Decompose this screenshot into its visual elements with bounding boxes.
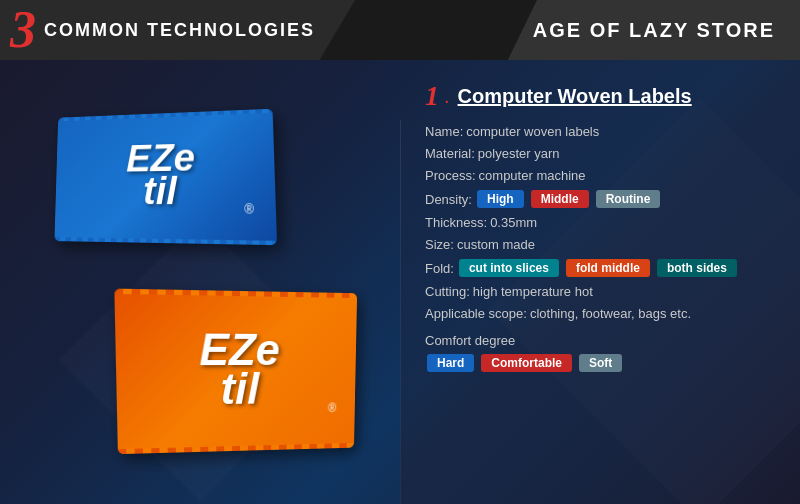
section-number: 1 [425, 80, 439, 112]
material-label: Material: [425, 146, 475, 161]
fold-badge-both: both sides [657, 259, 737, 277]
comfort-badge-hard: Hard [427, 354, 474, 372]
density-label: Density: [425, 192, 472, 207]
label-image-container: EZe til ® EZe til ® [30, 92, 370, 472]
cutting-label: Cutting: [425, 284, 470, 299]
name-label: Name: [425, 124, 463, 139]
blue-label-registered: ® [244, 202, 254, 217]
orange-label-registered: ® [328, 401, 337, 415]
cutting-row: Cutting: high temperature hot [425, 284, 775, 299]
size-value: custom made [457, 237, 535, 252]
process-value: computer machine [479, 168, 586, 183]
blue-label-til: til [143, 171, 177, 209]
cutting-value: high temperature hot [473, 284, 593, 299]
density-badge-routine: Routine [596, 190, 661, 208]
density-row: Density: High Middle Routine [425, 190, 775, 208]
process-row: Process: computer machine [425, 168, 775, 183]
right-section: 1 . Computer Woven Labels Name: computer… [400, 60, 800, 504]
header-left: 3 COMMON TECHNOLOGIES [0, 0, 355, 60]
header: 3 COMMON TECHNOLOGIES AGE OF LAZY STORE [0, 0, 800, 60]
applicable-row: Applicable scope: clothing, footwear, ba… [425, 306, 775, 321]
name-row: Name: computer woven labels [425, 124, 775, 139]
left-section: EZe til ® EZe til ® [0, 60, 400, 504]
comfort-badge-comfortable: Comfortable [481, 354, 572, 372]
comfort-badges-row: Hard Comfortable Soft [425, 354, 775, 372]
name-value: computer woven labels [466, 124, 599, 139]
size-row: Size: custom made [425, 237, 775, 252]
density-badge-high: High [477, 190, 524, 208]
comfort-label: Comfort degree [425, 333, 775, 348]
material-value: polyester yarn [478, 146, 560, 161]
applicable-label: Applicable scope: [425, 306, 527, 321]
fold-row: Fold: cut into slices fold middle both s… [425, 259, 775, 277]
fold-badge-slices: cut into slices [459, 259, 559, 277]
fold-badge-middle: fold middle [566, 259, 650, 277]
header-title: COMMON TECHNOLOGIES [44, 20, 315, 41]
section-dot: . [444, 85, 450, 108]
size-label: Size: [425, 237, 454, 252]
section-title-container: 1 . Computer Woven Labels [425, 80, 775, 112]
main-content: EZe til ® EZe til ® 1 . Computer Woven L… [0, 60, 800, 504]
density-badge-middle: Middle [531, 190, 589, 208]
section-title: Computer Woven Labels [458, 85, 692, 108]
comfort-badge-soft: Soft [579, 354, 622, 372]
material-row: Material: polyester yarn [425, 146, 775, 161]
thickness-label: Thickness: [425, 215, 487, 230]
orange-label-til: til [220, 366, 259, 410]
fold-label: Fold: [425, 261, 454, 276]
header-right: AGE OF LAZY STORE [508, 0, 800, 60]
header-number: 3 [10, 4, 36, 56]
thickness-value: 0.35mm [490, 215, 537, 230]
label-orange: EZe til ® [114, 289, 357, 455]
store-name: AGE OF LAZY STORE [533, 19, 775, 42]
process-label: Process: [425, 168, 476, 183]
comfort-section: Comfort degree Hard Comfortable Soft [425, 333, 775, 372]
label-blue: EZe til ® [54, 109, 277, 245]
applicable-value: clothing, footwear, bags etc. [530, 306, 691, 321]
thickness-row: Thickness: 0.35mm [425, 215, 775, 230]
